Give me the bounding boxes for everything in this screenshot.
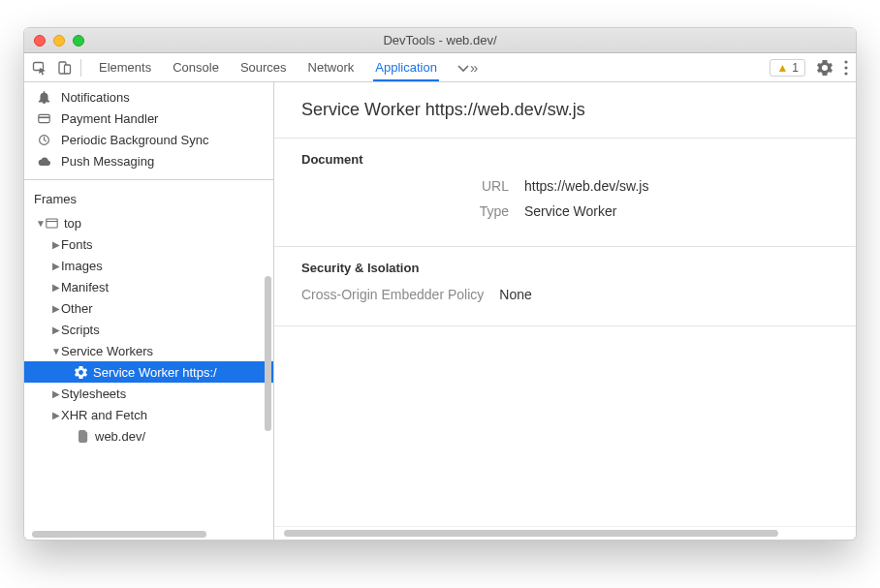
tree-node-service-worker-selected[interactable]: Service Worker https:/ — [24, 361, 273, 383]
tree-node-other[interactable]: ▶ Other — [24, 297, 273, 319]
tree-node-manifest[interactable]: ▶ Manifest — [24, 276, 273, 297]
cloud-icon — [38, 155, 53, 168]
tree-node-scripts[interactable]: ▶ Scripts — [24, 319, 273, 340]
sidebar-item-periodic-bg-sync[interactable]: Periodic Background Sync — [24, 129, 273, 150]
tree-node-service-workers[interactable]: ▼ Service Workers — [24, 340, 273, 361]
warnings-badge[interactable]: ▲ 1 — [770, 59, 805, 77]
type-label: Type — [301, 203, 524, 219]
tree-node-label: XHR and Fetch — [61, 408, 147, 422]
sidebar-horizontal-scrollbar[interactable] — [24, 528, 273, 540]
sidebar-item-payment-handler[interactable]: Payment Handler — [24, 108, 273, 129]
security-section: Security & Isolation Cross-Origin Embedd… — [274, 247, 856, 326]
sidebar-vertical-scrollbar[interactable] — [265, 276, 271, 431]
more-tabs-icon[interactable]: » — [456, 54, 478, 81]
warning-icon: ▲ — [776, 61, 788, 75]
sidebar-item-label: Notifications — [61, 90, 130, 105]
disclosure-triangle-icon[interactable]: ▶ — [51, 261, 61, 271]
tree-node-label: top — [64, 216, 81, 231]
svg-rect-2 — [65, 65, 71, 74]
tree-node-label: Other — [61, 301, 93, 316]
svg-rect-9 — [47, 219, 57, 228]
tab-sources[interactable]: Sources — [238, 54, 289, 81]
window-title: DevTools - web.dev/ — [24, 33, 856, 47]
disclosure-triangle-icon[interactable]: ▶ — [51, 282, 61, 293]
disclosure-triangle-icon[interactable]: ▶ — [51, 388, 61, 399]
tree-node-file-webdev[interactable]: web.dev/ — [24, 425, 273, 447]
tree-node-fonts[interactable]: ▶ Fonts — [24, 233, 273, 255]
panel-tabs: Elements Console Sources Network Applica… — [97, 54, 478, 81]
url-value: https://web.dev/sw.js — [524, 178, 648, 194]
svg-point-4 — [844, 66, 847, 69]
card-icon — [38, 112, 53, 125]
tree-node-label: Service Worker https:/ — [93, 365, 217, 380]
type-value: Service Worker — [524, 203, 616, 219]
titlebar: DevTools - web.dev/ — [24, 28, 856, 53]
tree-node-stylesheets[interactable]: ▶ Stylesheets — [24, 383, 273, 404]
coep-label: Cross-Origin Embedder Policy — [301, 287, 499, 302]
disclosure-triangle-icon[interactable]: ▶ — [51, 303, 61, 314]
scrollbar-thumb[interactable] — [32, 531, 206, 538]
warning-count: 1 — [792, 61, 799, 75]
document-icon — [79, 430, 89, 443]
scrollbar-thumb[interactable] — [284, 530, 778, 537]
tree-node-label: Service Workers — [61, 344, 153, 358]
devtools-window: DevTools - web.dev/ Elements Console Sou… — [23, 27, 857, 541]
tab-console[interactable]: Console — [171, 54, 221, 81]
disclosure-triangle-icon[interactable]: ▼ — [51, 346, 61, 356]
device-toolbar-icon[interactable] — [57, 60, 73, 76]
devtools-toolbar: Elements Console Sources Network Applica… — [24, 53, 856, 82]
coep-value: None — [499, 287, 531, 302]
kv-type: Type Service Worker — [301, 203, 833, 219]
tree-node-label: Scripts — [61, 323, 100, 337]
document-heading: Document — [301, 152, 833, 167]
svg-point-3 — [844, 60, 847, 63]
gear-icon — [75, 366, 87, 379]
kv-coep: Cross-Origin Embedder Policy None — [301, 287, 833, 302]
svg-point-5 — [844, 72, 847, 75]
disclosure-triangle-icon[interactable]: ▶ — [51, 410, 61, 420]
sidebar-item-push-messaging[interactable]: Push Messaging — [24, 150, 273, 171]
document-section: Document URL https://web.dev/sw.js Type … — [274, 139, 856, 247]
clock-icon — [38, 134, 53, 146]
tab-network[interactable]: Network — [306, 54, 357, 81]
kv-url: URL https://web.dev/sw.js — [301, 178, 833, 194]
settings-icon[interactable] — [817, 60, 833, 76]
more-options-icon[interactable] — [844, 60, 848, 76]
tree-node-label: Images — [61, 259, 103, 273]
tree-node-top[interactable]: ▼ top — [24, 212, 273, 233]
disclosure-triangle-icon[interactable]: ▼ — [36, 218, 46, 229]
main-horizontal-scrollbar[interactable] — [274, 526, 856, 540]
tree-node-label: Manifest — [61, 280, 109, 294]
frame-icon — [46, 218, 58, 229]
tree-node-label: Stylesheets — [61, 387, 126, 401]
url-label: URL — [301, 178, 524, 194]
svg-rect-6 — [39, 114, 49, 122]
bell-icon — [38, 91, 53, 104]
sidebar-item-label: Push Messaging — [61, 154, 154, 169]
frames-tree: ▼ top ▶ Fonts ▶ Images — [24, 212, 273, 447]
tree-node-xhr-fetch[interactable]: ▶ XHR and Fetch — [24, 404, 273, 425]
disclosure-triangle-icon[interactable]: ▶ — [51, 239, 61, 250]
tree-node-label: Fonts — [61, 237, 93, 252]
frames-section-title: Frames — [24, 180, 273, 212]
tab-application[interactable]: Application — [373, 54, 439, 81]
inspect-element-icon[interactable] — [32, 60, 47, 76]
main-title: Service Worker https://web.dev/sw.js — [274, 82, 856, 139]
sidebar-item-notifications[interactable]: Notifications — [24, 86, 273, 108]
svg-rect-7 — [39, 116, 49, 118]
toolbar-separator — [80, 59, 81, 77]
disclosure-triangle-icon[interactable]: ▶ — [51, 325, 61, 335]
main-panel: Service Worker https://web.dev/sw.js Doc… — [274, 82, 856, 540]
panel-body: Notifications Payment Handler Periodic B… — [24, 82, 856, 540]
sidebar-item-label: Payment Handler — [61, 111, 158, 126]
application-sidebar: Notifications Payment Handler Periodic B… — [24, 82, 274, 540]
sidebar-item-label: Periodic Background Sync — [61, 133, 208, 147]
security-heading: Security & Isolation — [301, 261, 833, 275]
tree-node-label: web.dev/ — [95, 429, 145, 444]
tab-elements[interactable]: Elements — [97, 54, 153, 81]
tree-node-images[interactable]: ▶ Images — [24, 255, 273, 276]
